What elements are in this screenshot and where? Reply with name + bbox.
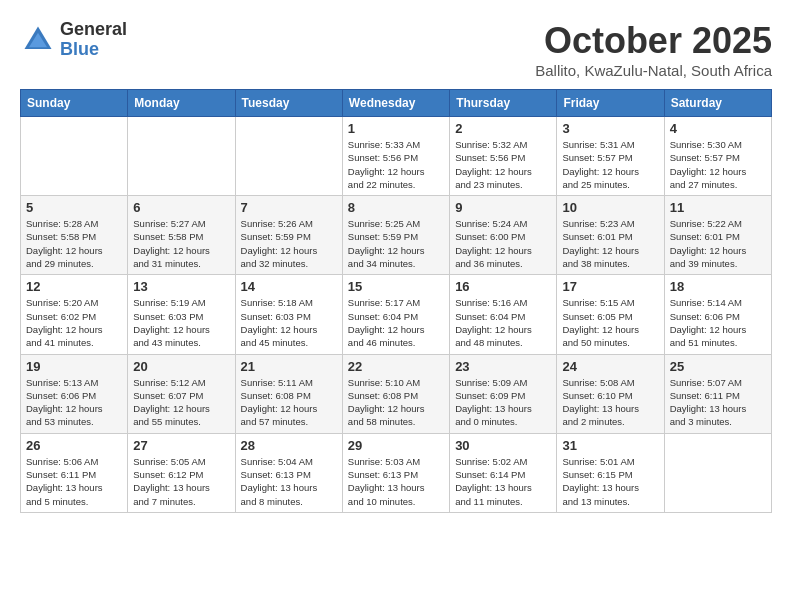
- day-number: 1: [348, 121, 444, 136]
- weekday-header-sunday: Sunday: [21, 90, 128, 117]
- day-info: Sunrise: 5:25 AM Sunset: 5:59 PM Dayligh…: [348, 217, 444, 270]
- day-number: 23: [455, 359, 551, 374]
- day-number: 21: [241, 359, 337, 374]
- calendar-cell: 28Sunrise: 5:04 AM Sunset: 6:13 PM Dayli…: [235, 433, 342, 512]
- calendar-cell: 9Sunrise: 5:24 AM Sunset: 6:00 PM Daylig…: [450, 196, 557, 275]
- day-number: 8: [348, 200, 444, 215]
- title-block: October 2025 Ballito, KwaZulu-Natal, Sou…: [535, 20, 772, 79]
- logo: General Blue: [20, 20, 127, 60]
- day-info: Sunrise: 5:16 AM Sunset: 6:04 PM Dayligh…: [455, 296, 551, 349]
- day-info: Sunrise: 5:13 AM Sunset: 6:06 PM Dayligh…: [26, 376, 122, 429]
- calendar-cell: 22Sunrise: 5:10 AM Sunset: 6:08 PM Dayli…: [342, 354, 449, 433]
- day-info: Sunrise: 5:09 AM Sunset: 6:09 PM Dayligh…: [455, 376, 551, 429]
- calendar-week-4: 19Sunrise: 5:13 AM Sunset: 6:06 PM Dayli…: [21, 354, 772, 433]
- day-number: 29: [348, 438, 444, 453]
- day-info: Sunrise: 5:30 AM Sunset: 5:57 PM Dayligh…: [670, 138, 766, 191]
- day-number: 22: [348, 359, 444, 374]
- day-info: Sunrise: 5:12 AM Sunset: 6:07 PM Dayligh…: [133, 376, 229, 429]
- calendar-cell: 15Sunrise: 5:17 AM Sunset: 6:04 PM Dayli…: [342, 275, 449, 354]
- calendar-week-5: 26Sunrise: 5:06 AM Sunset: 6:11 PM Dayli…: [21, 433, 772, 512]
- day-info: Sunrise: 5:03 AM Sunset: 6:13 PM Dayligh…: [348, 455, 444, 508]
- calendar-cell: 6Sunrise: 5:27 AM Sunset: 5:58 PM Daylig…: [128, 196, 235, 275]
- day-number: 6: [133, 200, 229, 215]
- day-number: 19: [26, 359, 122, 374]
- day-number: 15: [348, 279, 444, 294]
- day-info: Sunrise: 5:18 AM Sunset: 6:03 PM Dayligh…: [241, 296, 337, 349]
- weekday-header-row: SundayMondayTuesdayWednesdayThursdayFrid…: [21, 90, 772, 117]
- calendar-week-1: 1Sunrise: 5:33 AM Sunset: 5:56 PM Daylig…: [21, 117, 772, 196]
- day-number: 16: [455, 279, 551, 294]
- day-info: Sunrise: 5:11 AM Sunset: 6:08 PM Dayligh…: [241, 376, 337, 429]
- calendar-cell: 24Sunrise: 5:08 AM Sunset: 6:10 PM Dayli…: [557, 354, 664, 433]
- calendar-cell: 27Sunrise: 5:05 AM Sunset: 6:12 PM Dayli…: [128, 433, 235, 512]
- calendar-cell: 8Sunrise: 5:25 AM Sunset: 5:59 PM Daylig…: [342, 196, 449, 275]
- month-title: October 2025: [535, 20, 772, 62]
- calendar-cell: 20Sunrise: 5:12 AM Sunset: 6:07 PM Dayli…: [128, 354, 235, 433]
- day-number: 18: [670, 279, 766, 294]
- calendar-cell: [235, 117, 342, 196]
- day-info: Sunrise: 5:27 AM Sunset: 5:58 PM Dayligh…: [133, 217, 229, 270]
- calendar-cell: 11Sunrise: 5:22 AM Sunset: 6:01 PM Dayli…: [664, 196, 771, 275]
- day-info: Sunrise: 5:23 AM Sunset: 6:01 PM Dayligh…: [562, 217, 658, 270]
- calendar-cell: 23Sunrise: 5:09 AM Sunset: 6:09 PM Dayli…: [450, 354, 557, 433]
- logo-general-text: General: [60, 20, 127, 40]
- day-number: 3: [562, 121, 658, 136]
- calendar-cell: 17Sunrise: 5:15 AM Sunset: 6:05 PM Dayli…: [557, 275, 664, 354]
- day-number: 30: [455, 438, 551, 453]
- day-number: 20: [133, 359, 229, 374]
- day-info: Sunrise: 5:14 AM Sunset: 6:06 PM Dayligh…: [670, 296, 766, 349]
- day-number: 5: [26, 200, 122, 215]
- day-number: 14: [241, 279, 337, 294]
- day-info: Sunrise: 5:31 AM Sunset: 5:57 PM Dayligh…: [562, 138, 658, 191]
- weekday-header-thursday: Thursday: [450, 90, 557, 117]
- calendar-cell: [664, 433, 771, 512]
- calendar-cell: 7Sunrise: 5:26 AM Sunset: 5:59 PM Daylig…: [235, 196, 342, 275]
- page-header: General Blue October 2025 Ballito, KwaZu…: [20, 20, 772, 79]
- weekday-header-tuesday: Tuesday: [235, 90, 342, 117]
- day-number: 10: [562, 200, 658, 215]
- day-info: Sunrise: 5:33 AM Sunset: 5:56 PM Dayligh…: [348, 138, 444, 191]
- calendar-cell: 4Sunrise: 5:30 AM Sunset: 5:57 PM Daylig…: [664, 117, 771, 196]
- calendar-cell: 29Sunrise: 5:03 AM Sunset: 6:13 PM Dayli…: [342, 433, 449, 512]
- calendar-cell: 14Sunrise: 5:18 AM Sunset: 6:03 PM Dayli…: [235, 275, 342, 354]
- weekday-header-monday: Monday: [128, 90, 235, 117]
- day-info: Sunrise: 5:05 AM Sunset: 6:12 PM Dayligh…: [133, 455, 229, 508]
- logo-blue-text: Blue: [60, 40, 127, 60]
- day-number: 11: [670, 200, 766, 215]
- day-info: Sunrise: 5:02 AM Sunset: 6:14 PM Dayligh…: [455, 455, 551, 508]
- day-info: Sunrise: 5:24 AM Sunset: 6:00 PM Dayligh…: [455, 217, 551, 270]
- calendar-cell: 10Sunrise: 5:23 AM Sunset: 6:01 PM Dayli…: [557, 196, 664, 275]
- day-number: 27: [133, 438, 229, 453]
- day-info: Sunrise: 5:06 AM Sunset: 6:11 PM Dayligh…: [26, 455, 122, 508]
- day-number: 12: [26, 279, 122, 294]
- day-info: Sunrise: 5:08 AM Sunset: 6:10 PM Dayligh…: [562, 376, 658, 429]
- day-info: Sunrise: 5:28 AM Sunset: 5:58 PM Dayligh…: [26, 217, 122, 270]
- day-info: Sunrise: 5:17 AM Sunset: 6:04 PM Dayligh…: [348, 296, 444, 349]
- day-info: Sunrise: 5:15 AM Sunset: 6:05 PM Dayligh…: [562, 296, 658, 349]
- day-number: 2: [455, 121, 551, 136]
- day-info: Sunrise: 5:01 AM Sunset: 6:15 PM Dayligh…: [562, 455, 658, 508]
- day-number: 26: [26, 438, 122, 453]
- calendar-cell: 31Sunrise: 5:01 AM Sunset: 6:15 PM Dayli…: [557, 433, 664, 512]
- calendar-cell: 18Sunrise: 5:14 AM Sunset: 6:06 PM Dayli…: [664, 275, 771, 354]
- day-number: 25: [670, 359, 766, 374]
- calendar-table: SundayMondayTuesdayWednesdayThursdayFrid…: [20, 89, 772, 513]
- weekday-header-friday: Friday: [557, 90, 664, 117]
- calendar-cell: 1Sunrise: 5:33 AM Sunset: 5:56 PM Daylig…: [342, 117, 449, 196]
- calendar-cell: 5Sunrise: 5:28 AM Sunset: 5:58 PM Daylig…: [21, 196, 128, 275]
- calendar-cell: 19Sunrise: 5:13 AM Sunset: 6:06 PM Dayli…: [21, 354, 128, 433]
- location-title: Ballito, KwaZulu-Natal, South Africa: [535, 62, 772, 79]
- day-number: 9: [455, 200, 551, 215]
- day-info: Sunrise: 5:07 AM Sunset: 6:11 PM Dayligh…: [670, 376, 766, 429]
- calendar-cell: 21Sunrise: 5:11 AM Sunset: 6:08 PM Dayli…: [235, 354, 342, 433]
- day-info: Sunrise: 5:10 AM Sunset: 6:08 PM Dayligh…: [348, 376, 444, 429]
- logo-icon: [20, 22, 56, 58]
- day-number: 17: [562, 279, 658, 294]
- calendar-cell: 3Sunrise: 5:31 AM Sunset: 5:57 PM Daylig…: [557, 117, 664, 196]
- day-info: Sunrise: 5:26 AM Sunset: 5:59 PM Dayligh…: [241, 217, 337, 270]
- day-info: Sunrise: 5:22 AM Sunset: 6:01 PM Dayligh…: [670, 217, 766, 270]
- day-info: Sunrise: 5:19 AM Sunset: 6:03 PM Dayligh…: [133, 296, 229, 349]
- calendar-week-3: 12Sunrise: 5:20 AM Sunset: 6:02 PM Dayli…: [21, 275, 772, 354]
- day-number: 24: [562, 359, 658, 374]
- day-number: 7: [241, 200, 337, 215]
